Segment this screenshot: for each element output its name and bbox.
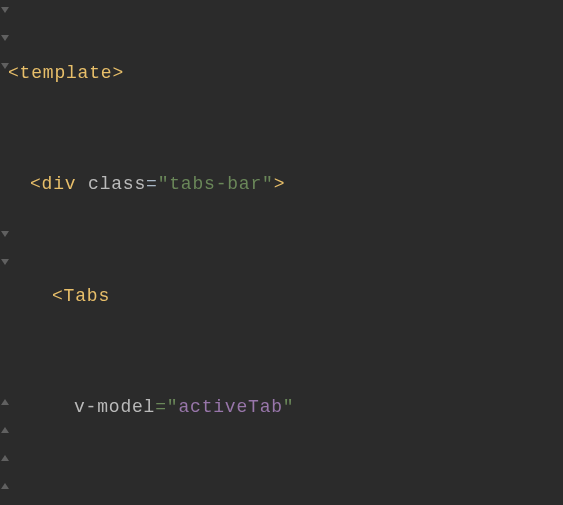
tag-close: > xyxy=(112,63,124,83)
tag-close: > xyxy=(274,174,286,194)
fold-marker-icon xyxy=(0,482,10,490)
fold-gutter xyxy=(0,4,10,505)
attr-name: v-model xyxy=(74,397,155,417)
tag-name: template xyxy=(20,63,113,83)
code-line[interactable]: v-model="activeTab" xyxy=(8,394,563,422)
tag-open: < xyxy=(52,286,64,306)
fold-marker-icon xyxy=(0,62,10,70)
tag-name: Tabs xyxy=(64,286,110,306)
fold-marker-icon xyxy=(0,34,10,42)
code-line[interactable]: <div class="tabs-bar"> xyxy=(8,171,563,199)
code-line[interactable]: <template> xyxy=(8,60,563,88)
tag-name: div xyxy=(42,174,77,194)
fold-marker-icon xyxy=(0,454,10,462)
code-line[interactable]: <Tabs xyxy=(8,283,563,311)
space xyxy=(76,174,88,194)
equals: = xyxy=(146,174,158,194)
fold-marker-icon xyxy=(0,398,10,406)
attr-expr: activeTab xyxy=(178,397,282,417)
fold-marker-icon xyxy=(0,426,10,434)
attr-name: class xyxy=(88,174,146,194)
code-editor[interactable]: <template> <div class="tabs-bar"> <Tabs … xyxy=(0,0,563,505)
equals-quote: =" xyxy=(155,397,178,417)
fold-marker-icon xyxy=(0,230,10,238)
fold-marker-icon xyxy=(0,6,10,14)
attr-value: "tabs-bar" xyxy=(158,174,274,194)
code-block[interactable]: <template> <div class="tabs-bar"> <Tabs … xyxy=(8,4,563,505)
tag-open: < xyxy=(30,174,42,194)
quote: " xyxy=(283,397,295,417)
fold-marker-icon xyxy=(0,258,10,266)
